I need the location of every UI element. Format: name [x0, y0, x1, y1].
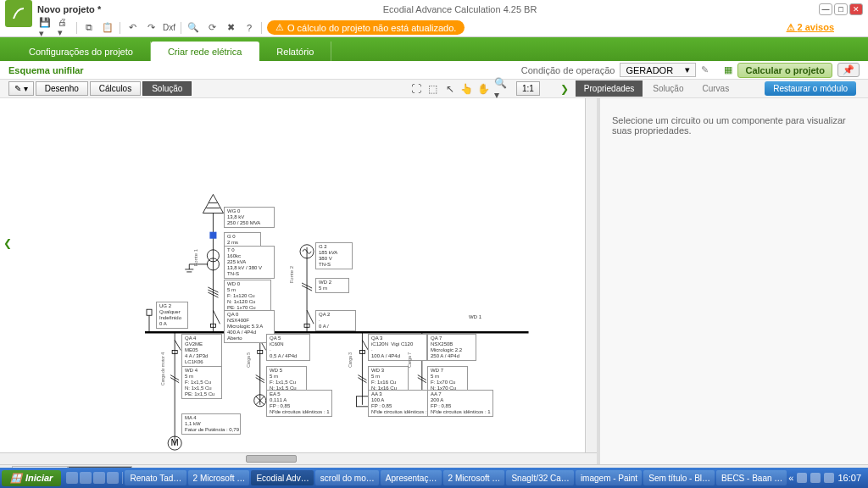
ql-other-icon[interactable] [93, 472, 105, 484]
label-cg5: Carga 5 [246, 352, 251, 368]
tab-config[interactable]: Configurações do projeto [12, 42, 151, 61]
box-wd4[interactable]: WD 4 5 m F: 1x1,5 Cu N: 1x1,5 Cu PE: 1x1… [181, 366, 222, 399]
cursor-icon[interactable]: ↖ [443, 82, 457, 96]
fit-icon[interactable]: ⛶ [409, 82, 423, 96]
paste-icon[interactable]: 📋 [101, 21, 114, 35]
taskbar: 🪟 Iniciar Renato Tad… 2 Microsoft … Ecod… [0, 468, 868, 488]
box-wd0[interactable]: WD 0 5 m F: 1x120 Cu N: 1x120 Cu PE: 1x7… [224, 280, 271, 313]
pin-button[interactable]: 📌 [837, 63, 860, 77]
calculate-button[interactable]: Calcular o projeto [737, 63, 832, 78]
settings-icon[interactable]: ✖ [224, 21, 237, 35]
label-cg4: Carga do motor 4 [160, 352, 165, 385]
app-logo [5, 0, 32, 27]
system-tray[interactable]: « 16:07 [788, 473, 866, 483]
project-name: Novo projeto * [37, 4, 101, 14]
print-icon[interactable]: 🖨▾ [58, 21, 71, 35]
box-qa7[interactable]: QA 7 NSX250B Micrologic 2.2 250 A / 4P4d [427, 334, 476, 361]
box-ma4[interactable]: MA 4 1,1 kW Fator de Potência : 0,79 [181, 413, 241, 435]
restore-module-button[interactable]: Restaurar o módulo [765, 81, 856, 96]
label-fonte1: Fonte 1 [193, 249, 198, 266]
sol-tab[interactable]: Solução [644, 80, 692, 97]
expand-left-icon[interactable]: ❮ [3, 237, 12, 249]
select-icon[interactable]: ⬚ [426, 82, 440, 96]
box-g2[interactable]: G 2 185 kVA 380 V TN-S [315, 242, 353, 269]
box-t0[interactable]: T 0 160kc 225 kVA 13,8 kV / 380 V TN-S [224, 246, 275, 279]
canvas-hscroll[interactable] [0, 452, 597, 464]
task-2[interactable]: Ecodial Adv… [251, 470, 313, 485]
task-3[interactable]: scroll do mo… [315, 470, 379, 485]
tab-desenho[interactable]: Desenho [36, 81, 88, 96]
task-5[interactable]: 2 Microsoft … [443, 470, 505, 485]
box-ea5[interactable]: EA 5 0,111 A FP : 0,85 Nºde circuitos id… [266, 390, 332, 417]
search-icon[interactable]: 🔍 [186, 21, 200, 35]
dxf-export[interactable]: Dxf [163, 21, 175, 35]
ql-mail-icon[interactable] [80, 472, 92, 484]
pan-icon[interactable]: ✋ [477, 82, 491, 96]
task-9[interactable]: BECS - Baan … [716, 470, 787, 485]
help-icon[interactable]: ? [242, 21, 256, 35]
box-wd1[interactable]: WD 1 [466, 313, 517, 321]
close-button[interactable]: ✕ [849, 3, 863, 15]
svg-text:M: M [171, 437, 179, 447]
clock: 16:07 [837, 473, 861, 483]
task-4[interactable]: Apresentaç… [381, 470, 442, 485]
task-8[interactable]: Sem título - Bl… [643, 470, 715, 485]
cond-edit-icon[interactable]: ✎ [701, 64, 709, 75]
warning-pill[interactable]: ⚠ O cálculo do projeto não está atualiza… [267, 20, 465, 35]
task-7[interactable]: imagem - Paint [576, 470, 642, 485]
redo-icon[interactable]: ↷ [144, 21, 158, 35]
task-1[interactable]: 2 Microsoft … [188, 470, 250, 485]
measure-icon[interactable]: 👆 [460, 82, 474, 96]
cond-label: Condição de operação [521, 65, 615, 75]
task-6[interactable]: SnagIt/32 Ca… [506, 470, 573, 485]
svg-rect-2 [209, 232, 216, 239]
box-aa7[interactable]: AA 7 200 A FP : 0,85 Nºde circuitos idên… [427, 390, 493, 417]
zoom-icon[interactable]: 🔍▾ [494, 82, 508, 96]
box-ug2[interactable]: UG 2 Qualquer Indefinido 0 A [156, 302, 188, 329]
ql-desktop-icon[interactable] [107, 472, 119, 484]
tab-solucao[interactable]: Solução [142, 81, 192, 96]
properties-panel: Selecione um circuito ou um componente p… [597, 98, 868, 464]
canvas[interactable]: M WG [0, 98, 597, 464]
minimize-button[interactable]: — [819, 3, 832, 15]
window-controls: — □ ✕ [819, 3, 863, 15]
box-wg0[interactable]: WG 0 13,8 kV 250 / 250 MVA [224, 207, 275, 228]
svg-line-12 [213, 310, 220, 324]
maximize-button[interactable]: □ [834, 3, 848, 15]
prop-tab[interactable]: Propriedades [576, 80, 643, 97]
task-0[interactable]: Renato Tad… [125, 470, 186, 485]
titlebar: Novo projeto * Ecodial Advance Calculati… [0, 0, 868, 19]
box-qa2[interactable]: QA 2 · 0 A / [315, 310, 356, 331]
avisos-link[interactable]: ⚠ 2 avisos [787, 22, 834, 33]
label-cg3: Carga 3 [348, 352, 353, 368]
main-area: M WG [0, 98, 868, 464]
copy-icon[interactable]: ⧉ [82, 21, 96, 35]
quick-launch [63, 472, 123, 484]
ql-ie-icon[interactable] [66, 472, 78, 484]
app-title: Ecodial Advance Calculation 4.25 BR [106, 4, 814, 14]
box-aa3[interactable]: AA 3 100 A FP : 0,85 Nºde circuitos idên… [368, 390, 434, 417]
svg-rect-21 [147, 309, 152, 315]
tab-criar[interactable]: Criar rede elétrica [151, 42, 259, 61]
drawing-toolbar: ✎ ▾ Desenho Cálculos Solução ⛶ ⬚ ↖ 👆 ✋ 🔍… [0, 80, 868, 98]
tab-calculos[interactable]: Cálculos [90, 81, 141, 96]
start-button[interactable]: 🪟 Iniciar [2, 470, 61, 486]
save-icon[interactable]: 💾▾ [39, 21, 53, 35]
collapse-panel-icon[interactable]: ❯ [560, 83, 569, 95]
undo-icon[interactable]: ↶ [125, 21, 139, 35]
curv-tab[interactable]: Curvas [693, 80, 737, 97]
tab-relatorio[interactable]: Relatório [259, 42, 331, 61]
box-qa5[interactable]: QA 5 iC60N · 0,5 A / 4P4d [266, 334, 310, 361]
svg-line-18 [307, 310, 314, 324]
box-qa3[interactable]: QA 3 iC120N Vigi C120 · 100 A / 4P4d [368, 334, 427, 361]
refresh-icon[interactable]: ⟳ [205, 21, 219, 35]
label-fonte2: Fonte 2 [289, 266, 294, 283]
svg-line-23 [175, 340, 181, 350]
cond-select[interactable]: GERADOR▾ [620, 63, 696, 77]
zoom-11[interactable]: 1:1 [516, 81, 540, 96]
properties-placeholder: Selecione um circuito ou um componente p… [600, 98, 868, 464]
box-wd2[interactable]: WD 2 5 m [315, 278, 349, 293]
canvas-vscroll[interactable] [585, 98, 597, 452]
file-toolbar: 💾▾ 🖨▾ ⧉ 📋 ↶ ↷ Dxf 🔍 ⟳ ✖ ? ⚠ O cálculo do… [0, 19, 868, 37]
draw-tool-menu[interactable]: ✎ ▾ [8, 81, 34, 96]
